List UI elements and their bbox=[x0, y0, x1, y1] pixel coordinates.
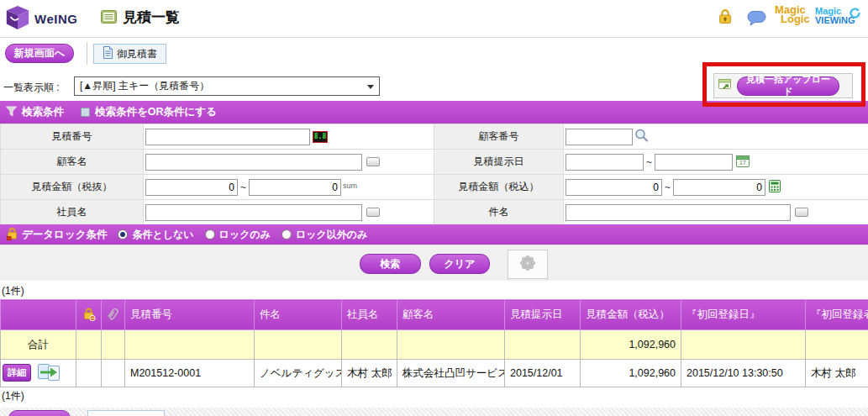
present-date-to-input[interactable] bbox=[655, 154, 733, 171]
cell-amount: 1,092,960 bbox=[581, 360, 681, 387]
upload-window-icon[interactable] bbox=[718, 78, 733, 94]
highlight-box: 見積一括アップロード bbox=[702, 62, 865, 107]
counter-badge-icon[interactable]: 8.8 bbox=[313, 131, 328, 143]
bulk-upload-button[interactable]: 見積一括アップロード bbox=[737, 76, 839, 96]
datalock-option-none: 条件としない bbox=[132, 228, 193, 242]
total-row: 合計 1,092,960 bbox=[1, 330, 868, 360]
datalock-bar: データロック条件 条件としない ロックのみ ロック以外のみ bbox=[0, 224, 868, 245]
datalock-radio-locked[interactable] bbox=[205, 229, 215, 240]
magic-logic-logo: Magic Logic bbox=[775, 5, 810, 24]
svg-text:17: 17 bbox=[739, 160, 746, 166]
partial-new-screen-button[interactable] bbox=[8, 410, 71, 416]
document-icon bbox=[103, 46, 113, 61]
subject-input[interactable] bbox=[566, 204, 791, 221]
quote-no-label: 見積番号 bbox=[1, 124, 144, 150]
amount-incl-from-input[interactable] bbox=[566, 179, 662, 196]
or-condition-checkbox[interactable] bbox=[81, 108, 90, 117]
header-subject: 件名 bbox=[255, 300, 342, 330]
amount-excl-label: 見積金額（税抜） bbox=[1, 175, 144, 200]
employee-input[interactable] bbox=[145, 204, 362, 221]
sum-suffix: sum bbox=[343, 182, 357, 190]
dropdown-arrow-icon bbox=[367, 85, 374, 89]
result-list: 見積番号 件名 社員名 顧客名 見積提示日 見積金額（税込） 『初回登録日』 『… bbox=[0, 299, 868, 387]
header-attachment-icon bbox=[102, 300, 125, 330]
calendar-icon[interactable]: 17 bbox=[736, 155, 750, 170]
search-button[interactable]: 検索 bbox=[360, 254, 421, 274]
datalock-radio-none[interactable] bbox=[118, 229, 128, 240]
datalock-radio-unlocked[interactable] bbox=[281, 229, 292, 240]
employee-label: 社員名 bbox=[1, 200, 144, 225]
search-condition-title: 検索条件 bbox=[22, 105, 64, 119]
comment-bubble-icon[interactable] bbox=[746, 10, 767, 29]
app-window: WeING 見積一覧 Magic Logic Magic VIEWiNG bbox=[0, 0, 868, 416]
customer-no-input[interactable] bbox=[566, 129, 633, 145]
amount-incl-to-input[interactable] bbox=[673, 179, 765, 196]
sort-order-select[interactable]: [▲昇順] 主キー（見積番号） bbox=[74, 76, 380, 96]
cell-first-registered-date: 2015/12/10 13:30:50 bbox=[681, 360, 806, 387]
result-count-bottom: (1件) bbox=[2, 389, 24, 403]
header-first-registered-date: 『初回登録日』 bbox=[681, 300, 806, 330]
cell-employee: 木村 太郎 bbox=[342, 360, 397, 387]
cell-first-registered-by: 木村 太郎 bbox=[806, 360, 868, 387]
cell-customer: 株式会社凸凹サービス bbox=[397, 360, 505, 387]
present-date-from-input[interactable] bbox=[566, 154, 644, 171]
header-quote-no: 見積番号 bbox=[125, 300, 255, 330]
header-employee: 社員名 bbox=[342, 300, 397, 330]
cell-subject: ノベルティグッズ bbox=[255, 360, 342, 387]
row-action-cell: 詳細 bbox=[1, 360, 76, 387]
quote-doc-button[interactable]: 御見積書 bbox=[93, 44, 166, 64]
datalock-lock-icon bbox=[7, 227, 18, 243]
app-logo: WeING bbox=[4, 4, 77, 34]
header-present-date: 見積提示日 bbox=[505, 300, 581, 330]
datalock-option-unlocked: ロック以外のみ bbox=[296, 228, 367, 242]
partial-doc-button[interactable] bbox=[87, 410, 165, 416]
header-action-column bbox=[1, 300, 76, 330]
amount-incl-label: 見積金額（税込） bbox=[434, 175, 564, 200]
customer-no-label: 顧客番号 bbox=[434, 124, 564, 150]
search-magnifier-icon[interactable] bbox=[634, 129, 649, 145]
subject-label: 件名 bbox=[434, 200, 564, 225]
total-label: 合計 bbox=[1, 330, 76, 360]
amount-excl-to-input[interactable] bbox=[249, 179, 341, 196]
total-amount: 1,092,960 bbox=[581, 330, 681, 360]
filter-funnel-icon bbox=[6, 106, 17, 119]
weing-logo-icon bbox=[4, 4, 31, 34]
present-date-label: 見積提示日 bbox=[434, 150, 564, 175]
customer-name-input[interactable] bbox=[145, 154, 362, 171]
customer-name-expand-button[interactable] bbox=[366, 157, 380, 166]
cell-quote-no: M201512-0001 bbox=[125, 360, 255, 387]
calculator-icon[interactable] bbox=[769, 180, 781, 195]
subject-expand-button[interactable] bbox=[795, 208, 808, 217]
copy-forward-icon[interactable] bbox=[37, 363, 62, 384]
quote-no-input[interactable] bbox=[145, 129, 310, 145]
search-form: 見積番号 8.8 顧客番号 顧客名 見積 bbox=[0, 124, 868, 225]
header-first-registered-by: 『初回登録者』 bbox=[806, 300, 868, 330]
header-customer: 顧客名 bbox=[397, 300, 505, 330]
header-amount: 見積金額（税込） bbox=[581, 300, 681, 330]
clear-button[interactable]: クリア bbox=[429, 254, 490, 274]
detail-button[interactable]: 詳細 bbox=[3, 364, 31, 382]
upload-widget: 見積一括アップロード bbox=[713, 73, 853, 98]
lock-icon[interactable] bbox=[718, 8, 733, 27]
table-row: 詳細 M201512-0001 ノベルティグッズ 木村 太郎 株式会社凸凹サービ… bbox=[1, 360, 868, 387]
logo-text: WeING bbox=[34, 12, 77, 26]
result-count-top: (1件) bbox=[2, 284, 24, 298]
amount-excl-from-input[interactable] bbox=[145, 179, 238, 196]
new-screen-button[interactable]: 新規画面へ bbox=[5, 44, 74, 63]
page-title: 見積一覧 bbox=[123, 8, 180, 27]
toolbar-divider bbox=[87, 42, 87, 65]
swirl-icon bbox=[849, 7, 860, 21]
employee-expand-button[interactable] bbox=[366, 208, 380, 217]
list-icon bbox=[101, 10, 117, 26]
gear-icon bbox=[519, 255, 536, 274]
datalock-title: データロック条件 bbox=[22, 228, 107, 242]
datalock-option-locked: ロックのみ bbox=[219, 228, 271, 242]
customer-name-label: 顧客名 bbox=[1, 150, 144, 175]
header-lock-icon bbox=[76, 300, 102, 330]
list-header-row: 見積番号 件名 社員名 顧客名 見積提示日 見積金額（税込） 『初回登録日』 『… bbox=[1, 300, 868, 330]
settings-gear-button[interactable] bbox=[508, 250, 548, 279]
or-condition-label: 検索条件をOR条件にする bbox=[95, 105, 217, 119]
sort-order-label: 一覧表示順 : bbox=[3, 81, 60, 95]
sort-order-value: [▲昇順] 主キー（見積番号） bbox=[80, 79, 209, 93]
cell-present-date: 2015/12/01 bbox=[505, 360, 581, 387]
